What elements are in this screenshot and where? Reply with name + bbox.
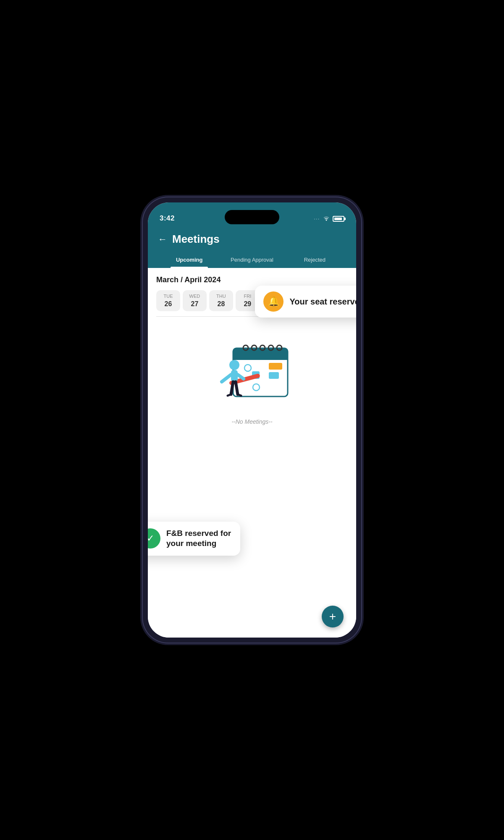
fab-add-button[interactable]: + [322, 606, 344, 627]
svg-point-14 [229, 360, 239, 370]
svg-rect-2 [233, 354, 288, 360]
svg-line-19 [236, 382, 238, 394]
day-cell-2[interactable]: THU 28 [209, 290, 233, 311]
page-title: Meetings [172, 233, 220, 246]
app-header: ← Meetings Upcoming Pending Approval Rej… [148, 227, 356, 268]
month-label: March / April 2024 [156, 276, 348, 284]
bell-icon: 🔔 [263, 291, 284, 312]
check-icon: ✓ [148, 528, 160, 549]
day-cell-0[interactable]: TUE 26 [156, 290, 180, 311]
fb-reserved-text: F&B reserved for your meeting [166, 528, 231, 549]
status-icons: ··· [314, 215, 344, 223]
main-content: March / April 2024 TUE 26 WED 27 [148, 268, 356, 638]
back-button[interactable]: ← [158, 234, 167, 245]
status-time: 3:42 [160, 214, 175, 223]
svg-line-20 [228, 394, 231, 396]
svg-line-21 [238, 394, 241, 396]
wifi-icon [323, 215, 330, 223]
svg-line-16 [222, 375, 231, 382]
calendar-illustration [206, 329, 298, 413]
battery-icon [333, 216, 344, 222]
dynamic-island [225, 210, 279, 224]
tab-pending[interactable]: Pending Approval [220, 252, 283, 268]
tab-upcoming[interactable]: Upcoming [158, 252, 220, 268]
dots-icon: ··· [314, 217, 320, 221]
notification-seat-reserved: 🔔 Your seat reserved [255, 286, 356, 318]
tab-rejected[interactable]: Rejected [284, 252, 346, 268]
seat-reserved-text: Your seat reserved [289, 297, 356, 307]
empty-state: --No Meetings-- [148, 317, 356, 433]
day-cell-1[interactable]: WED 27 [183, 290, 207, 311]
svg-rect-9 [269, 372, 279, 379]
svg-line-18 [231, 382, 233, 394]
no-meetings-label: --No Meetings-- [231, 418, 272, 425]
tab-bar: Upcoming Pending Approval Rejected [158, 252, 346, 268]
notification-fb-reserved: ✓ F&B reserved for your meeting [148, 522, 240, 556]
svg-rect-8 [269, 363, 282, 370]
